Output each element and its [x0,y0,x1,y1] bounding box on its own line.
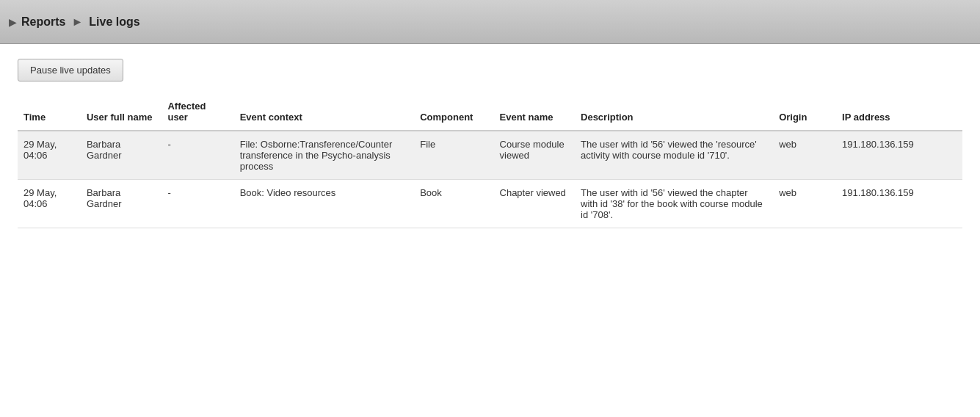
table-row: 29 May, 04:06Barbara Gardner-Book: Video… [18,180,962,228]
col-header-user-full-name: User full name [81,96,162,131]
log-table: Time User full name Affected user Event … [18,96,962,228]
cell-affected-user: - [161,180,233,228]
breadcrumb-bar: ▶ Reports ► Live logs [0,0,980,44]
col-header-event-context: Event context [234,96,415,131]
cell-description: The user with id '56' viewed the chapter… [575,180,773,228]
breadcrumb-parent[interactable]: Reports [21,15,65,29]
breadcrumb-separator: ► [71,15,83,29]
col-header-description: Description [575,96,773,131]
col-header-ip-address: IP address [836,96,962,131]
cell-user-full-name: Barbara Gardner [81,180,162,228]
cell-event-name: Course module viewed [494,131,576,180]
table-row: 29 May, 04:06Barbara Gardner-File: Osbor… [18,131,962,180]
breadcrumb-arrow-icon: ▶ [9,16,17,28]
pause-live-updates-button[interactable]: Pause live updates [18,59,123,81]
col-header-affected-user: Affected user [161,96,233,131]
table-body: 29 May, 04:06Barbara Gardner-File: Osbor… [18,131,962,228]
cell-event-name: Chapter viewed [494,180,576,228]
cell-event-context: Book: Video resources [234,180,415,228]
col-header-event-name: Event name [494,96,576,131]
cell-component: Book [414,180,493,228]
cell-origin: web [773,131,836,180]
cell-description: The user with id '56' viewed the 'resour… [575,131,773,180]
cell-time: 29 May, 04:06 [18,131,81,180]
cell-affected-user: - [161,131,233,180]
cell-origin: web [773,180,836,228]
breadcrumb-current: Live logs [89,15,139,29]
cell-ip-address: 191.180.136.159 [836,180,962,228]
col-header-time: Time [18,96,81,131]
cell-component: File [414,131,493,180]
col-header-origin: Origin [773,96,836,131]
table-header-row: Time User full name Affected user Event … [18,96,962,131]
col-header-component: Component [414,96,493,131]
cell-event-context: File: Osborne:Transference/Counter trans… [234,131,415,180]
content-area: Pause live updates Time User full name A… [0,44,980,243]
cell-time: 29 May, 04:06 [18,180,81,228]
cell-ip-address: 191.180.136.159 [836,131,962,180]
cell-user-full-name: Barbara Gardner [81,131,162,180]
